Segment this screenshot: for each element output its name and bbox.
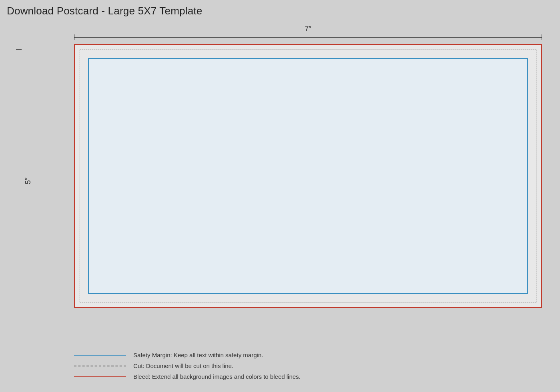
width-line — [74, 34, 542, 40]
dimension-vertical: 5″ — [16, 44, 32, 318]
cut-line-icon — [74, 366, 126, 366]
legend-safety: Safety Margin: Keep all text within safe… — [74, 352, 301, 358]
safety-line-icon — [74, 355, 126, 356]
height-tick-bottom — [16, 313, 22, 313]
page-title: Download Postcard - Large 5X7 Template — [7, 5, 202, 17]
legend-bleed: Bleed: Extend all background images and … — [74, 373, 301, 380]
height-label: 5″ — [24, 178, 32, 184]
template-area — [74, 44, 542, 308]
cut-border — [80, 50, 536, 302]
cut-line-label: Cut: Document will be cut on this line. — [133, 362, 233, 369]
safety-border — [88, 58, 528, 294]
width-label: 7″ — [305, 25, 311, 33]
height-line-body — [19, 50, 19, 313]
bleed-line-icon — [74, 376, 126, 377]
safety-line-label: Safety Margin: Keep all text within safe… — [133, 352, 263, 358]
width-tick-right — [542, 34, 542, 40]
legend-cut: Cut: Document will be cut on this line. — [74, 362, 301, 369]
page-container: Download Postcard - Large 5X7 Template 7… — [0, 0, 560, 392]
width-line-body — [74, 37, 542, 38]
bleed-line-label: Bleed: Extend all background images and … — [133, 373, 301, 380]
legend: Safety Margin: Keep all text within safe… — [74, 352, 301, 380]
height-line — [16, 49, 22, 313]
bleed-border — [74, 44, 542, 308]
dimension-horizontal: 7″ — [74, 25, 542, 40]
